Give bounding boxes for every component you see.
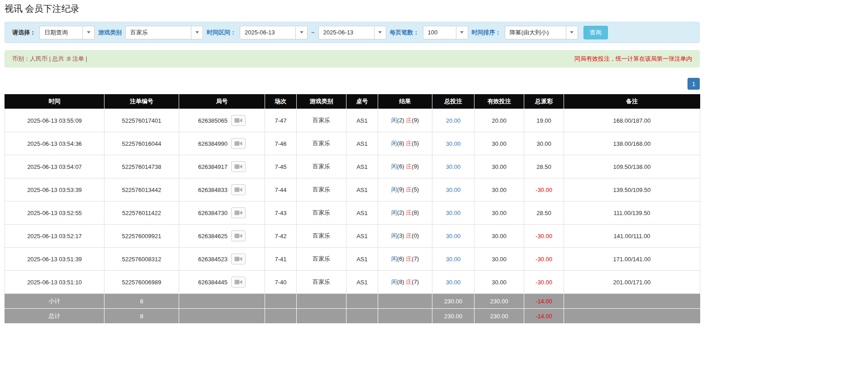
total-bet-link[interactable]: 30.00 [446, 187, 461, 193]
header-valid-bet: 有效投注 [474, 94, 524, 109]
cell-note: 141.00/111.00 [564, 225, 700, 248]
replay-button[interactable] [231, 207, 246, 218]
subtotal-valid-bet: 230.00 [474, 294, 524, 309]
table-row: 2025-06-13 03:54:07 522576014738 6263849… [5, 155, 700, 178]
cell-payout: 28.50 [524, 201, 564, 225]
header-payout: 总派彩 [524, 94, 564, 109]
round-id-text: 626384990 [198, 140, 228, 147]
cell-game-type: 百家乐 [297, 248, 346, 271]
banker-result-label: 庄 [406, 232, 412, 239]
cell-valid-bet: 20.00 [474, 109, 524, 132]
video-camera-icon [234, 279, 242, 285]
banker-result-score: (7) [412, 255, 419, 262]
banker-result-label: 庄 [406, 186, 412, 193]
cell-time: 2025-06-13 03:53:39 [5, 178, 104, 201]
cell-table-no: AS1 [346, 271, 378, 294]
search-button[interactable]: 查询 [583, 26, 608, 39]
per-page-select[interactable]: 100 [423, 26, 468, 39]
replay-button[interactable] [231, 115, 246, 126]
per-page-value: 100 [423, 26, 456, 39]
cell-round-id: 626384523 [179, 248, 265, 271]
cell-game-type: 百家乐 [297, 155, 346, 178]
replay-button[interactable] [231, 184, 246, 195]
replay-button[interactable] [231, 254, 246, 264]
cell-bet-id: 522576011422 [104, 201, 179, 225]
subtotal-row: 小计 8 230.00 230.00 -14.00 [5, 294, 700, 309]
replay-button[interactable] [231, 230, 246, 241]
sort-select[interactable]: 降冪(由大到小) [505, 26, 578, 39]
cell-session: 7-44 [265, 178, 297, 201]
date-range-separator: ~ [311, 29, 315, 36]
header-round-id: 局号 [179, 94, 265, 109]
date-from-value: 2025-06-13 [240, 26, 295, 39]
date-to-select[interactable]: 2025-06-13 [318, 26, 386, 39]
header-time: 时间 [5, 94, 104, 109]
cell-game-type: 百家乐 [297, 225, 346, 248]
cell-session: 7-43 [265, 201, 297, 225]
cell-session: 7-40 [265, 271, 297, 294]
cell-round-id: 626384917 [179, 155, 265, 178]
header-session: 场次 [265, 94, 297, 109]
cell-round-id: 626384625 [179, 225, 265, 248]
chevron-down-icon[interactable] [191, 26, 203, 39]
round-id-text: 626384625 [198, 233, 228, 240]
total-bet-link[interactable]: 20.00 [446, 117, 461, 124]
total-bet-link[interactable]: 30.00 [446, 140, 461, 147]
chevron-down-icon[interactable] [456, 26, 468, 39]
cell-table-no: AS1 [346, 155, 378, 178]
chevron-down-icon[interactable] [82, 26, 94, 39]
cell-valid-bet: 30.00 [474, 178, 524, 201]
game-type-select[interactable]: 百家乐 [125, 26, 203, 39]
cell-result: 闲(2) 庄(8) [378, 201, 432, 225]
banker-result-score: (5) [412, 140, 419, 147]
subtotal-payout: -14.00 [524, 294, 564, 309]
cell-round-id: 626384445 [179, 271, 265, 294]
total-bet-link[interactable]: 30.00 [446, 210, 461, 216]
replay-button[interactable] [231, 161, 246, 172]
date-to-value: 2025-06-13 [319, 26, 374, 39]
cell-round-id: 626384833 [179, 178, 265, 201]
total-bet-link[interactable]: 30.00 [446, 256, 461, 263]
chevron-down-icon[interactable] [374, 26, 386, 39]
cell-note: 111.00/139.50 [564, 201, 700, 225]
player-result-label: 闲 [391, 209, 397, 216]
cell-total-bet: 20.00 [432, 109, 474, 132]
player-result-label: 闲 [391, 232, 397, 239]
cell-table-no: AS1 [346, 178, 378, 201]
banker-result-label: 庄 [406, 117, 412, 124]
game-type-label: 游戏类别 [98, 29, 122, 37]
replay-button[interactable] [231, 138, 246, 149]
query-type-select[interactable]: 日期查询 [39, 26, 95, 39]
total-bet-link[interactable]: 30.00 [446, 279, 461, 286]
replay-button[interactable] [231, 277, 246, 288]
table-body: 2025-06-13 03:55:09 522576017401 6263850… [5, 109, 700, 294]
total-bet-link[interactable]: 30.00 [446, 163, 461, 170]
cell-valid-bet: 30.00 [474, 271, 524, 294]
player-result-score: (2) [397, 117, 404, 124]
cell-bet-id: 522576013442 [104, 178, 179, 201]
cell-payout: -30.00 [524, 271, 564, 294]
cell-total-bet: 30.00 [432, 271, 474, 294]
grand-total-payout: -14.00 [524, 309, 564, 324]
cell-bet-id: 522576008312 [104, 248, 179, 271]
page-1-button[interactable]: 1 [688, 78, 700, 90]
player-result-label: 闲 [391, 117, 397, 124]
cell-game-type: 百家乐 [297, 109, 346, 132]
chevron-down-icon[interactable] [295, 26, 307, 39]
chevron-down-icon[interactable] [566, 26, 578, 39]
round-id-text: 626385065 [198, 117, 228, 124]
cell-result: 闲(6) 庄(7) [378, 248, 432, 271]
cell-table-no: AS1 [346, 248, 378, 271]
cell-session: 7-45 [265, 155, 297, 178]
total-bet-link[interactable]: 30.00 [446, 233, 461, 240]
grand-total-total-bet: 230.00 [432, 309, 474, 324]
date-from-select[interactable]: 2025-06-13 [240, 26, 308, 39]
per-page-label: 每页笔数： [390, 29, 419, 37]
subtotal-count: 8 [104, 294, 179, 309]
subtotal-total-bet: 230.00 [432, 294, 474, 309]
cell-total-bet: 30.00 [432, 248, 474, 271]
player-result-score: (8) [397, 278, 404, 285]
banker-result-label: 庄 [406, 209, 412, 216]
header-game-type: 游戏类别 [297, 94, 346, 109]
cell-valid-bet: 30.00 [474, 225, 524, 248]
